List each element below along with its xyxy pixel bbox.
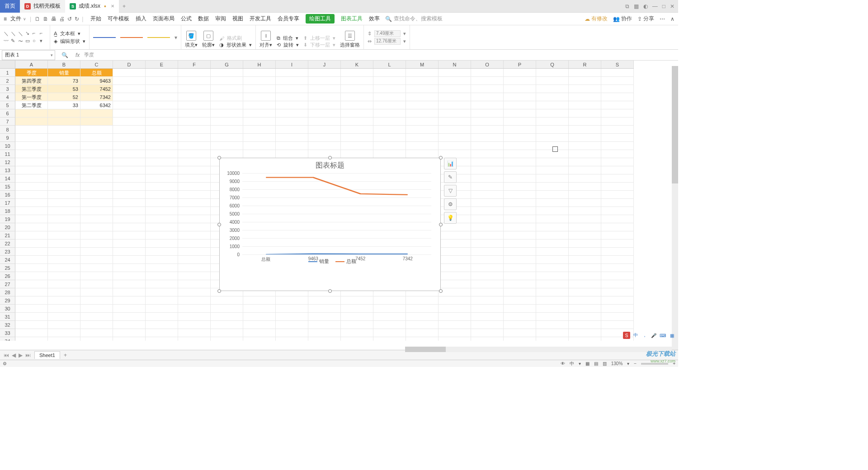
cell[interactable]: 6342 — [80, 101, 113, 109]
col-header[interactable]: K — [341, 61, 373, 68]
cell[interactable] — [146, 69, 178, 77]
cell[interactable] — [504, 288, 536, 296]
cell[interactable] — [569, 256, 601, 264]
row-header[interactable]: 31 — [0, 313, 15, 321]
cell[interactable] — [178, 223, 211, 231]
col-header[interactable]: N — [439, 61, 471, 68]
cell[interactable] — [308, 313, 341, 321]
cell[interactable] — [178, 256, 211, 264]
row-header[interactable]: 12 — [0, 158, 15, 166]
tab-insert[interactable]: 插入 — [136, 14, 146, 24]
share-button[interactable]: ⇪分享 — [637, 15, 654, 23]
rotate-button[interactable]: ⟲旋转▾ — [277, 42, 299, 48]
cell[interactable] — [48, 207, 80, 215]
cell[interactable] — [211, 118, 243, 126]
cell[interactable] — [439, 69, 471, 77]
sheet-first-icon[interactable]: ⏮ — [4, 352, 9, 358]
cell[interactable] — [536, 134, 569, 142]
cell[interactable] — [178, 264, 211, 272]
formula-input[interactable]: 季度 — [82, 52, 678, 58]
print-preview-icon[interactable]: 🖨 — [59, 16, 65, 22]
cell[interactable]: 第二季度 — [15, 101, 48, 109]
cell[interactable] — [80, 142, 113, 150]
style-orange[interactable] — [120, 37, 143, 38]
cell[interactable] — [569, 85, 601, 93]
cell[interactable] — [146, 77, 178, 85]
cell[interactable] — [15, 329, 48, 337]
cell[interactable] — [601, 248, 634, 256]
cell[interactable] — [48, 240, 80, 248]
cell[interactable] — [439, 272, 471, 280]
cell[interactable] — [439, 321, 471, 329]
connector-icon[interactable]: ⌐ — [33, 30, 39, 37]
cell[interactable] — [406, 321, 439, 329]
cell[interactable] — [569, 109, 601, 118]
cell[interactable] — [601, 313, 634, 321]
cell[interactable] — [113, 313, 146, 321]
cell[interactable] — [569, 158, 601, 166]
tab-data[interactable]: 数据 — [198, 14, 209, 24]
cell[interactable] — [504, 126, 536, 134]
cell[interactable] — [536, 174, 569, 183]
tab-drawing-tools[interactable]: 绘图工具 — [306, 14, 335, 24]
cell[interactable] — [80, 280, 113, 288]
hscroll-thumb[interactable] — [405, 347, 446, 352]
vertical-scrollbar[interactable] — [672, 66, 678, 350]
ime-mic-icon[interactable]: 🎤 — [650, 332, 657, 339]
cell[interactable] — [439, 329, 471, 337]
cell[interactable] — [178, 166, 211, 174]
cell[interactable] — [178, 93, 211, 101]
cell[interactable] — [341, 93, 373, 101]
cell[interactable] — [146, 296, 178, 305]
cell[interactable] — [243, 93, 276, 101]
cell[interactable] — [601, 207, 634, 215]
style-yellow[interactable] — [147, 37, 170, 38]
cell[interactable] — [113, 85, 146, 93]
cell[interactable] — [48, 158, 80, 166]
cell[interactable] — [80, 240, 113, 248]
cell[interactable] — [113, 101, 146, 109]
cell[interactable] — [373, 337, 406, 341]
cell[interactable] — [536, 85, 569, 93]
cell[interactable] — [178, 101, 211, 109]
cell[interactable] — [211, 69, 243, 77]
cell[interactable] — [536, 305, 569, 313]
cell[interactable] — [15, 126, 48, 134]
handle-ml[interactable] — [217, 223, 221, 226]
cell[interactable] — [504, 109, 536, 118]
cell[interactable] — [504, 183, 536, 191]
tab-start[interactable]: 开始 — [90, 14, 101, 24]
cell[interactable] — [80, 337, 113, 341]
cell[interactable] — [146, 85, 178, 93]
cell[interactable] — [178, 329, 211, 337]
cell[interactable] — [211, 101, 243, 109]
new-icon[interactable]: 🗋 — [35, 16, 40, 22]
view-normal-icon[interactable]: ▦ — [585, 361, 590, 366]
cell[interactable] — [504, 166, 536, 174]
cell[interactable] — [15, 109, 48, 118]
cell[interactable] — [373, 329, 406, 337]
cell[interactable] — [373, 321, 406, 329]
cell[interactable] — [146, 191, 178, 199]
more-icon[interactable]: ⋯ — [660, 16, 665, 22]
cell[interactable] — [211, 329, 243, 337]
cell[interactable] — [504, 223, 536, 231]
cell[interactable] — [113, 174, 146, 183]
cell[interactable] — [113, 77, 146, 85]
cell[interactable] — [113, 296, 146, 305]
chart-title[interactable]: 图表标题 — [220, 158, 440, 173]
tab-add[interactable]: + — [119, 0, 129, 13]
chart-elements-icon[interactable]: 📊 — [444, 158, 457, 169]
cell[interactable] — [146, 183, 178, 191]
cell[interactable] — [146, 280, 178, 288]
cell[interactable] — [178, 199, 211, 207]
cell[interactable] — [601, 215, 634, 223]
style-blue[interactable] — [93, 37, 116, 38]
col-header[interactable]: P — [504, 61, 536, 68]
editshape-button[interactable]: ◈编辑形状▾ — [54, 38, 85, 45]
row-header[interactable]: 6 — [0, 109, 15, 118]
cell[interactable] — [178, 313, 211, 321]
cell[interactable] — [211, 305, 243, 313]
cell[interactable] — [48, 223, 80, 231]
col-header[interactable]: D — [113, 61, 146, 68]
